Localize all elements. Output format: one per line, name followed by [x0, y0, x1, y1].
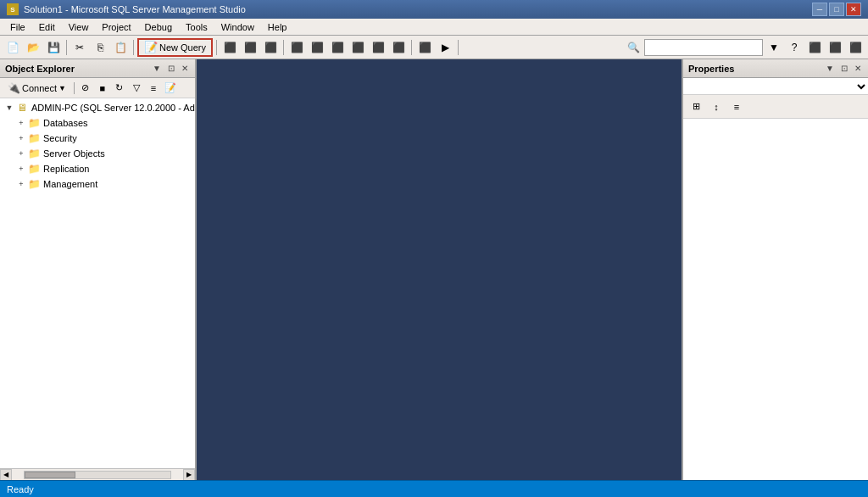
properties-toolbar: ⊞ ↕ ≡ — [683, 95, 868, 119]
title-bar-left: S Solution1 - Microsoft SQL Server Manag… — [7, 3, 246, 15]
menu-view[interactable]: View — [62, 20, 96, 34]
tree-databases-node[interactable]: + 📁 Databases — [0, 115, 195, 131]
security-folder-icon: 📁 — [27, 131, 41, 145]
toolbar-sep-3 — [216, 40, 217, 55]
server-objects-expander[interactable]: + — [15, 148, 27, 159]
toolbar-extra-1[interactable]: ⬛ — [805, 38, 824, 57]
toolbar-paste[interactable]: 📋 — [111, 38, 130, 57]
server-icon: 🖥 — [15, 101, 29, 114]
new-query-label: New Query — [159, 42, 206, 53]
main-content: Object Explorer ▼ ⊡ ✕ 🔌 Connect ▼ ⊘ ■ ↻ … — [0, 59, 868, 480]
new-query-button[interactable]: 📝 New Query — [137, 38, 213, 57]
menu-project[interactable]: Project — [95, 20, 137, 34]
tree-security-node[interactable]: + 📁 Security — [0, 131, 195, 146]
tree-server-node[interactable]: ▼ 🖥 ADMIN-PC (SQL Server 12.0.2000 - Adm — [0, 100, 195, 115]
menu-edit[interactable]: Edit — [32, 20, 62, 34]
status-text: Ready — [7, 484, 34, 494]
connect-label: Connect — [22, 83, 57, 93]
menu-file[interactable]: File — [3, 20, 32, 34]
server-expander[interactable]: ▼ — [3, 102, 15, 114]
connect-dropdown-arrow[interactable]: ▼ — [58, 84, 66, 92]
toolbar-btn-7[interactable]: ⬛ — [287, 38, 306, 57]
toolbar-btn-14[interactable]: ▶ — [436, 38, 454, 57]
toolbar-new-file[interactable]: 📄 — [3, 38, 22, 57]
toolbar-btn-5[interactable]: ⬛ — [241, 38, 259, 57]
tree-management-node[interactable]: + 📁 Management — [0, 176, 195, 192]
minimize-button[interactable]: ─ — [812, 3, 827, 16]
window-controls: ─ □ ✕ — [812, 3, 861, 16]
toolbar-search-area: 🔍 ▼ ? ⬛ ⬛ ⬛ — [624, 38, 865, 57]
oe-summary-btn[interactable]: ≡ — [146, 81, 161, 96]
databases-expander[interactable]: + — [15, 117, 27, 129]
oe-new-qry-btn[interactable]: 📝 — [163, 81, 178, 96]
menu-tools[interactable]: Tools — [179, 20, 214, 34]
properties-object-dropdown[interactable] — [683, 78, 868, 95]
toolbar-extra-3[interactable]: ⬛ — [846, 38, 865, 57]
toolbar-cut[interactable]: ✂ — [70, 38, 89, 57]
oe-toolbar: 🔌 Connect ▼ ⊘ ■ ↻ ▽ ≡ 📝 — [0, 78, 195, 98]
oe-refresh-btn[interactable]: ↻ — [112, 81, 127, 96]
management-expander[interactable]: + — [15, 178, 27, 190]
prop-alphabetical-btn[interactable]: ↕ — [707, 98, 726, 116]
maximize-button[interactable]: □ — [829, 3, 844, 16]
menu-window[interactable]: Window — [214, 20, 261, 34]
oe-close-btn[interactable]: ✕ — [180, 64, 190, 73]
prop-description-btn[interactable]: ≡ — [727, 98, 746, 116]
databases-label: Databases — [43, 118, 88, 128]
toolbar-btn-9[interactable]: ⬛ — [328, 38, 347, 57]
object-explorer-panel: Object Explorer ▼ ⊡ ✕ 🔌 Connect ▼ ⊘ ■ ↻ … — [0, 59, 197, 480]
server-label: ADMIN-PC (SQL Server 12.0.2000 - Adm — [31, 103, 195, 113]
replication-folder-icon: 📁 — [27, 162, 41, 176]
toolbar-btn-13[interactable]: ⬛ — [415, 38, 434, 57]
status-bar: Ready — [0, 480, 868, 497]
toolbar-help-btn[interactable]: ? — [785, 38, 804, 57]
tree-server-objects-node[interactable]: + 📁 Server Objects — [0, 146, 195, 161]
close-button[interactable]: ✕ — [846, 3, 861, 16]
toolbar-open[interactable]: 📂 — [24, 38, 42, 57]
object-explorer-title: Object Explorer — [5, 64, 75, 74]
toolbar-btn-4[interactable]: ⬛ — [220, 38, 239, 57]
toolbar-copy[interactable]: ⎘ — [91, 38, 109, 57]
properties-title: Properties — [688, 64, 734, 74]
prop-categorized-btn[interactable]: ⊞ — [687, 98, 705, 116]
toolbar-save[interactable]: 💾 — [44, 38, 63, 57]
tree-replication-node[interactable]: + 📁 Replication — [0, 161, 195, 176]
toolbar-search-icon-btn[interactable]: 🔍 — [624, 38, 643, 57]
scroll-right-arrow[interactable]: ▶ — [183, 469, 195, 481]
object-explorer-header: Object Explorer ▼ ⊡ ✕ — [0, 59, 195, 78]
server-objects-folder-icon: 📁 — [27, 147, 41, 160]
search-input[interactable] — [644, 39, 763, 56]
object-explorer-tree: ▼ 🖥 ADMIN-PC (SQL Server 12.0.2000 - Adm… — [0, 98, 195, 468]
oe-disconnect-btn[interactable]: ⊘ — [78, 81, 93, 96]
connect-icon: 🔌 — [8, 82, 20, 94]
prop-close-btn[interactable]: ✕ — [853, 64, 863, 73]
oe-float-btn[interactable]: ⊡ — [166, 64, 176, 73]
scroll-thumb[interactable] — [25, 472, 75, 478]
menu-help[interactable]: Help — [261, 20, 294, 34]
toolbar-btn-11[interactable]: ⬛ — [369, 38, 387, 57]
toolbar-btn-6[interactable]: ⬛ — [261, 38, 280, 57]
replication-label: Replication — [43, 164, 89, 174]
toolbar-btn-10[interactable]: ⬛ — [348, 38, 367, 57]
toolbar-btn-12[interactable]: ⬛ — [389, 38, 408, 57]
scroll-left-arrow[interactable]: ◀ — [0, 469, 12, 481]
security-expander[interactable]: + — [15, 132, 27, 144]
oe-filter-btn[interactable]: ▽ — [129, 81, 144, 96]
toolbar-extra-2[interactable]: ⬛ — [826, 38, 844, 57]
scroll-track[interactable] — [24, 471, 171, 479]
management-folder-icon: 📁 — [27, 177, 41, 191]
connect-button[interactable]: 🔌 Connect ▼ — [3, 81, 70, 96]
prop-pin-btn[interactable]: ▼ — [824, 64, 836, 73]
menu-debug[interactable]: Debug — [138, 20, 179, 34]
replication-expander[interactable]: + — [15, 163, 27, 175]
menu-bar: File Edit View Project Debug Tools Windo… — [0, 19, 868, 36]
toolbar-search-options[interactable]: ▼ — [765, 38, 783, 57]
oe-stop-btn[interactable]: ■ — [95, 81, 110, 96]
oe-horizontal-scrollbar[interactable]: ◀ ▶ — [0, 468, 195, 480]
toolbar-btn-8[interactable]: ⬛ — [308, 38, 326, 57]
prop-header-controls: ▼ ⊡ ✕ — [824, 64, 863, 73]
oe-pin-btn[interactable]: ▼ — [151, 64, 163, 73]
properties-panel: Properties ▼ ⊡ ✕ ⊞ ↕ ≡ — [682, 59, 868, 480]
new-query-icon: 📝 — [144, 41, 158, 53]
prop-float-btn[interactable]: ⊡ — [839, 64, 849, 73]
